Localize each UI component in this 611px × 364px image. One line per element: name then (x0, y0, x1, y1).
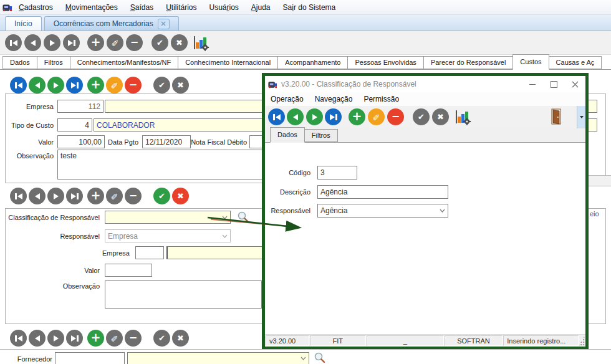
resp-delete-button[interactable]: − (125, 188, 142, 204)
toolbar-overflow-button[interactable] (577, 106, 585, 128)
custo-cancel-button[interactable]: ✖ (172, 77, 189, 93)
chart-icon[interactable] (192, 34, 209, 52)
tab-custos[interactable]: Custos (512, 54, 549, 70)
custo-confirm-button[interactable]: ✔ (153, 77, 170, 93)
forn-add-button[interactable]: + (87, 330, 104, 347)
dialog-toolbar: + ✎ − ✔ ✖ (265, 106, 585, 128)
responsavel-combo[interactable]: Empresa (105, 229, 231, 242)
search-icon[interactable] (237, 211, 249, 223)
close-icon[interactable] (564, 77, 585, 92)
classificacao-responsavel-combo[interactable] (105, 211, 231, 224)
resp-valor-field[interactable] (105, 264, 152, 277)
close-icon[interactable] (158, 19, 170, 29)
resp-empresa-code-field[interactable] (135, 246, 164, 259)
custo-edit-button[interactable]: ✎ (106, 77, 123, 93)
custo-delete-button[interactable]: − (125, 77, 142, 93)
nav-next-button[interactable] (44, 34, 60, 51)
edit-button[interactable]: ✎ (107, 34, 123, 51)
tab-ocorrencias-com-mercadorias[interactable]: Ocorrências com Mercadorias (44, 16, 179, 31)
menu-operacao[interactable]: Operação (265, 92, 309, 106)
forn-nav-last-button[interactable] (66, 330, 83, 347)
menu-sair-do-sistema[interactable]: Sair do Sistema (277, 0, 342, 15)
dlg-nav-last-button[interactable] (325, 108, 342, 125)
section-tab-strip: Dados Filtros Conhecimentos/Manifestos/N… (0, 55, 611, 70)
add-button[interactable]: + (87, 34, 104, 51)
dlg-nav-prev-button[interactable] (287, 108, 304, 125)
nota-fiscal-debito-label: Nota Fiscal Débito (187, 138, 247, 146)
delete-button[interactable]: − (126, 34, 143, 51)
cancel-button[interactable]: ✖ (171, 34, 188, 51)
forn-cancel-button[interactable]: ✖ (172, 330, 189, 347)
forn-delete-button[interactable]: − (125, 330, 142, 347)
forn-nav-next-button[interactable] (47, 330, 64, 347)
tab-pessoas-envolvidas[interactable]: Pessoas Envolvidas (347, 56, 423, 69)
resp-add-button[interactable]: + (87, 188, 104, 204)
chart-icon[interactable] (454, 108, 471, 126)
fornecedor-combo[interactable] (127, 352, 309, 364)
dlg-tab-dados[interactable]: Dados (270, 127, 305, 143)
resp-observacao-field[interactable] (105, 280, 262, 309)
custo-add-button[interactable]: + (87, 77, 104, 93)
tipo-de-custo-code-field[interactable] (57, 118, 92, 132)
resize-grip-icon[interactable] (579, 335, 585, 346)
menu-navegacao[interactable]: Navegação (309, 92, 358, 106)
observacao-field[interactable]: teste (57, 150, 263, 180)
tab-dados[interactable]: Dados (2, 56, 37, 69)
minimize-icon[interactable] (522, 77, 543, 92)
menu-movimentacoes[interactable]: Movimentações (59, 0, 124, 15)
resp-nav-prev-button[interactable] (29, 188, 46, 204)
custo-nav-last-button[interactable] (66, 77, 83, 93)
resp-nav-first-button[interactable] (10, 188, 27, 204)
custo-nav-first-button[interactable] (10, 77, 27, 93)
resp-cancel-button[interactable]: ✖ (172, 188, 189, 204)
resp-nav-next-button[interactable] (47, 188, 64, 204)
resp-nav-last-button[interactable] (66, 188, 83, 204)
exit-icon[interactable] (549, 108, 563, 125)
forn-nav-prev-button[interactable] (29, 330, 46, 347)
tab-conhecimento-internacional[interactable]: Conhecimento Internacional (178, 56, 278, 69)
forn-edit-button[interactable]: ✎ (106, 330, 123, 347)
dlg-edit-button[interactable]: ✎ (368, 108, 385, 125)
maximize-icon[interactable] (543, 77, 564, 92)
codigo-field[interactable] (317, 166, 357, 180)
fornecedor-code-field[interactable] (55, 352, 125, 364)
forn-nav-first-button[interactable] (10, 330, 27, 347)
menu-saidas[interactable]: Saídas (124, 0, 160, 15)
descricao-field[interactable] (317, 185, 448, 199)
menu-utilitarios[interactable]: Utilitários (160, 0, 203, 15)
confirm-button[interactable]: ✔ (152, 34, 168, 51)
tab-parecer-do-responsavel[interactable]: Parecer do Responsável (423, 56, 513, 69)
tab-causas[interactable]: Causas e Aç (549, 56, 602, 69)
forn-confirm-button[interactable]: ✔ (153, 330, 170, 347)
empresa-code-field[interactable] (57, 100, 103, 113)
menu-label: tilitários (171, 3, 197, 12)
dialog-titlebar[interactable]: v3.20.00 - Classificação de Responsável (265, 76, 585, 92)
dlg-nav-next-button[interactable] (306, 108, 323, 125)
dlg-add-button[interactable]: + (349, 108, 365, 125)
dlg-tab-filtros[interactable]: Filtros (304, 129, 338, 142)
nav-last-button[interactable] (63, 34, 80, 51)
resp-confirm-button[interactable]: ✔ (153, 188, 170, 204)
dlg-delete-button[interactable]: − (387, 108, 404, 125)
nav-first-button[interactable] (5, 34, 22, 51)
data-pgto-label: Data Pgto (94, 138, 138, 146)
resp-edit-button[interactable]: ✎ (106, 188, 123, 204)
menu-cadastros[interactable]: Cadastros (12, 0, 59, 15)
tab-conhecimentos-manifestos-nf[interactable]: Conhecimentos/Manifestos/NF (70, 56, 178, 69)
custo-nav-prev-button[interactable] (29, 77, 46, 93)
dlg-nav-first-button[interactable] (268, 108, 285, 125)
dlg-responsavel-combo[interactable]: Agência (317, 204, 448, 218)
dlg-cancel-button[interactable]: ✖ (432, 108, 449, 125)
dlg-confirm-button[interactable]: ✔ (413, 108, 430, 125)
nav-prev-button[interactable] (24, 34, 41, 51)
fornecedor-label: Fornecedor (0, 355, 52, 363)
tab-acompanhamento[interactable]: Acompanhamento (277, 56, 348, 69)
menu-permissao[interactable]: Permissão (358, 92, 405, 106)
menu-ajuda[interactable]: Ajuda (245, 0, 277, 15)
data-pgto-field[interactable] (142, 135, 191, 148)
tab-inicio[interactable]: Início (5, 16, 42, 31)
custo-nav-next-button[interactable] (47, 77, 64, 93)
search-icon[interactable] (314, 352, 326, 364)
tab-filtros[interactable]: Filtros (37, 56, 70, 69)
menu-usuarios[interactable]: Usuários (203, 0, 244, 15)
